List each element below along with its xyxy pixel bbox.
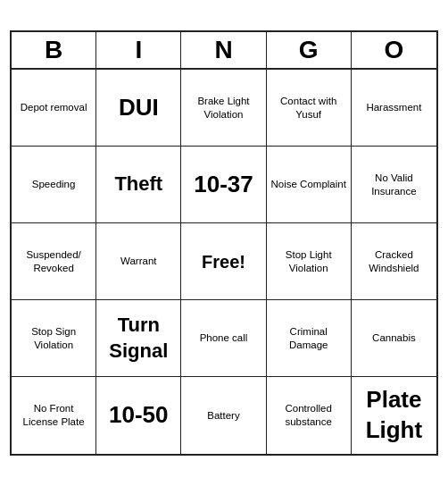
- header-letter: O: [352, 32, 436, 68]
- cell-text: Depot removal: [21, 101, 87, 114]
- cell-text: Phone call: [200, 331, 248, 345]
- bingo-cell: Criminal Damage: [267, 300, 352, 377]
- cell-text: Cannabis: [372, 331, 416, 345]
- cell-text: Contact with Yusuf: [270, 95, 347, 122]
- bingo-cell: Controlled substance: [267, 377, 352, 454]
- bingo-cell: Warrant: [96, 223, 181, 300]
- cell-text: Suspended/ Revoked: [15, 248, 92, 275]
- cell-text: Free!: [202, 250, 245, 273]
- cell-text: Noise Complaint: [271, 178, 346, 191]
- bingo-card: BINGO Depot removalDUIBrake Light Violat…: [10, 30, 438, 456]
- header-letter: I: [96, 32, 181, 68]
- cell-text: 10-50: [109, 400, 169, 431]
- bingo-cell: Free!: [181, 223, 266, 300]
- cell-text: Stop Sign Violation: [15, 325, 92, 352]
- bingo-cell: 10-37: [181, 147, 266, 223]
- cell-text: Stop Light Violation: [270, 248, 347, 275]
- bingo-cell: Cannabis: [352, 300, 436, 377]
- bingo-cell: 10-50: [96, 377, 181, 454]
- cell-text: No Valid Insurance: [355, 172, 433, 198]
- bingo-cell: Theft: [96, 147, 181, 223]
- bingo-cell: Contact with Yusuf: [267, 70, 352, 147]
- bingo-cell: Depot removal: [12, 70, 96, 147]
- bingo-header: BINGO: [12, 32, 436, 70]
- header-letter: N: [181, 32, 266, 68]
- cell-text: DUI: [119, 93, 159, 123]
- bingo-cell: Turn Signal: [96, 300, 181, 377]
- bingo-cell: Suspended/ Revoked: [12, 223, 96, 300]
- bingo-cell: Speeding: [12, 147, 96, 223]
- bingo-cell: No Valid Insurance: [352, 147, 436, 223]
- cell-text: 10-37: [194, 170, 253, 200]
- cell-text: Controlled substance: [270, 402, 347, 429]
- cell-text: Harassment: [366, 101, 421, 114]
- cell-text: Warrant: [120, 255, 156, 268]
- bingo-cell: Stop Sign Violation: [12, 300, 96, 377]
- bingo-cell: DUI: [96, 70, 181, 147]
- cell-text: Battery: [207, 409, 239, 423]
- cell-text: Theft: [114, 172, 162, 197]
- cell-text: Brake Light Violation: [185, 95, 261, 122]
- header-letter: G: [267, 32, 352, 68]
- header-letter: B: [12, 32, 96, 68]
- bingo-cell: Plate Light: [352, 377, 436, 454]
- bingo-cell: No Front License Plate: [12, 377, 96, 454]
- cell-text: Cracked Windshield: [355, 248, 433, 275]
- bingo-cell: Stop Light Violation: [267, 223, 352, 300]
- cell-text: Speeding: [32, 178, 76, 191]
- bingo-cell: Phone call: [181, 300, 266, 377]
- bingo-cell: Harassment: [352, 70, 436, 147]
- bingo-grid: Depot removalDUIBrake Light ViolationCon…: [12, 70, 436, 454]
- bingo-cell: Brake Light Violation: [181, 70, 266, 147]
- cell-text: No Front License Plate: [15, 402, 92, 429]
- bingo-cell: Cracked Windshield: [352, 223, 436, 300]
- cell-text: Criminal Damage: [270, 325, 347, 352]
- bingo-cell: Battery: [181, 377, 266, 454]
- bingo-cell: Noise Complaint: [267, 147, 352, 223]
- cell-text: Turn Signal: [100, 313, 177, 364]
- cell-text: Plate Light: [355, 385, 433, 446]
